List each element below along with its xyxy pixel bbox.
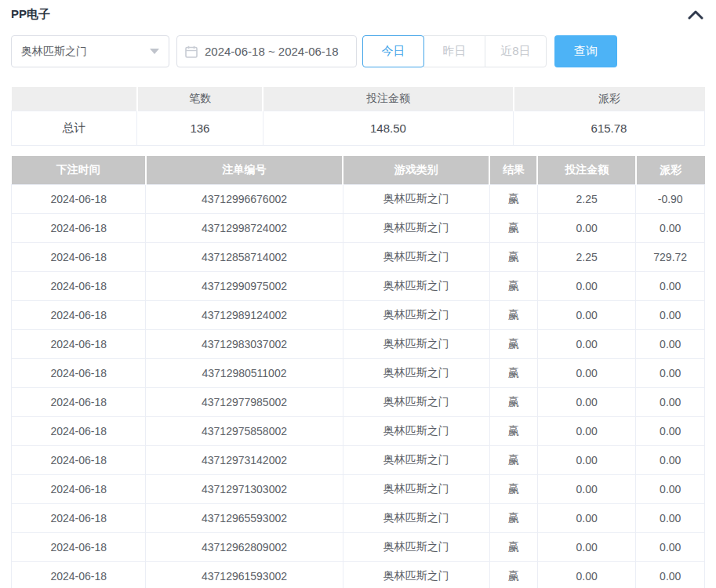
cell-result: 赢 [489,533,537,562]
table-row: 2024-06-1843712975858002奥林匹斯之门赢0.000.00 [12,417,705,446]
cell-bet-amount: 0.00 [537,214,636,243]
col-header-game-type: 游戏类别 [343,156,489,185]
cell-payout: 0.00 [636,359,705,388]
calendar-icon [185,45,198,58]
cell-bet-amount: 0.00 [537,475,636,504]
cell-bet-time: 2024-06-18 [12,562,146,588]
cell-order-id: 43712858714002 [146,243,343,272]
cell-game-type: 奥林匹斯之门 [343,214,489,243]
cell-payout: 0.00 [636,475,705,504]
col-header-payout: 派彩 [636,156,705,185]
cell-order-id: 43712961593002 [146,562,343,588]
cell-payout: 0.00 [636,446,705,475]
cell-result: 赢 [489,243,537,272]
table-row: 2024-06-1843712962809002奥林匹斯之门赢0.000.00 [12,533,705,562]
cell-bet-amount: 0.00 [537,446,636,475]
game-select-value: 奥林匹斯之门 [21,45,87,59]
cell-game-type: 奥林匹斯之门 [343,562,489,588]
cell-bet-time: 2024-06-18 [12,330,146,359]
summary-total-label: 总计 [12,111,137,145]
cell-payout: 0.00 [636,214,705,243]
col-header-bet-time: 下注时间 [12,156,146,185]
cell-result: 赢 [489,301,537,330]
cell-result: 赢 [489,562,537,588]
cell-result: 赢 [489,359,537,388]
cell-result: 赢 [489,214,537,243]
cell-bet-time: 2024-06-18 [12,533,146,562]
game-select[interactable]: 奥林匹斯之门 [11,35,169,67]
quick-filter-yesterday[interactable]: 昨日 [423,35,485,67]
table-row: 2024-06-1843712961593002奥林匹斯之门赢0.000.00 [12,562,705,588]
cell-payout: 0.00 [636,417,705,446]
summary-header-bet-amount: 投注金额 [263,87,513,111]
cell-game-type: 奥林匹斯之门 [343,475,489,504]
cell-game-type: 奥林匹斯之门 [343,446,489,475]
cell-result: 赢 [489,417,537,446]
table-row: 2024-06-1843712965593002奥林匹斯之门赢0.000.00 [12,504,705,533]
cell-game-type: 奥林匹斯之门 [343,417,489,446]
summary-count-value: 136 [137,111,264,145]
records-body: 2024-06-1843712996676002奥林匹斯之门赢2.25-0.90… [12,185,705,588]
cell-payout: 0.00 [636,504,705,533]
cell-result: 赢 [489,185,537,214]
cell-bet-amount: 0.00 [537,562,636,588]
query-button[interactable]: 查询 [554,35,617,67]
cell-bet-amount: 0.00 [537,417,636,446]
cell-bet-time: 2024-06-18 [12,475,146,504]
cell-bet-time: 2024-06-18 [12,214,146,243]
cell-bet-time: 2024-06-18 [12,243,146,272]
col-header-result: 结果 [489,156,537,185]
date-range-value: 2024-06-18 ~ 2024-06-18 [205,45,339,58]
cell-game-type: 奥林匹斯之门 [343,272,489,301]
cell-game-type: 奥林匹斯之门 [343,388,489,417]
cell-game-type: 奥林匹斯之门 [343,185,489,214]
cell-result: 赢 [489,446,537,475]
cell-result: 赢 [489,388,537,417]
chevron-up-icon [688,10,703,22]
cell-bet-amount: 2.25 [537,185,636,214]
cell-payout: 0.00 [636,533,705,562]
summary-header-payout: 派彩 [514,87,705,111]
summary-total-row: 总计 136 148.50 615.78 [12,111,705,145]
col-header-order-id: 注单编号 [146,156,343,185]
cell-order-id: 43712989124002 [146,301,343,330]
cell-bet-time: 2024-06-18 [12,359,146,388]
cell-result: 赢 [489,272,537,301]
cell-payout: 0.00 [636,330,705,359]
panel-header: PP电子 [11,0,705,22]
collapse-button[interactable] [686,8,705,21]
quick-filter-last-8-days[interactable]: 近8日 [485,35,547,67]
records-panel: PP电子 奥林匹斯之门 2024-06-18 ~ 2024-06-18 今日昨日… [0,0,716,588]
table-row: 2024-06-1843712971303002奥林匹斯之门赢0.000.00 [12,475,705,504]
table-row: 2024-06-1843712990975002奥林匹斯之门赢0.000.00 [12,272,705,301]
cell-payout: 0.00 [636,562,705,588]
cell-order-id: 43712971303002 [146,475,343,504]
table-row: 2024-06-1843712858714002奥林匹斯之门赢2.25729.7… [12,243,705,272]
bet-records-table: 下注时间 注单编号 游戏类别 结果 投注金额 派彩 2024-06-184371… [11,156,705,588]
cell-order-id: 43712965593002 [146,504,343,533]
cell-game-type: 奥林匹斯之门 [343,504,489,533]
table-row: 2024-06-1843712996676002奥林匹斯之门赢2.25-0.90 [12,185,705,214]
cell-game-type: 奥林匹斯之门 [343,243,489,272]
summary-header-count: 笔数 [137,87,264,111]
summary-table: 笔数 投注金额 派彩 总计 136 148.50 615.78 [11,87,705,146]
cell-order-id: 43712990975002 [146,272,343,301]
panel-title: PP电子 [11,7,50,22]
cell-bet-time: 2024-06-18 [12,504,146,533]
cell-result: 赢 [489,330,537,359]
cell-order-id: 43712998724002 [146,214,343,243]
cell-bet-amount: 0.00 [537,533,636,562]
cell-bet-amount: 2.25 [537,243,636,272]
cell-bet-time: 2024-06-18 [12,272,146,301]
cell-result: 赢 [489,475,537,504]
cell-payout: 0.00 [636,301,705,330]
cell-order-id: 43712973142002 [146,446,343,475]
cell-game-type: 奥林匹斯之门 [343,330,489,359]
cell-payout: -0.90 [636,185,705,214]
date-range-input[interactable]: 2024-06-18 ~ 2024-06-18 [176,35,357,67]
quick-filter-group: 今日昨日近8日 [362,35,547,67]
cell-order-id: 43712977985002 [146,388,343,417]
table-row: 2024-06-1843712980511002奥林匹斯之门赢0.000.00 [12,359,705,388]
quick-filter-today[interactable]: 今日 [362,35,424,67]
cell-payout: 0.00 [636,272,705,301]
